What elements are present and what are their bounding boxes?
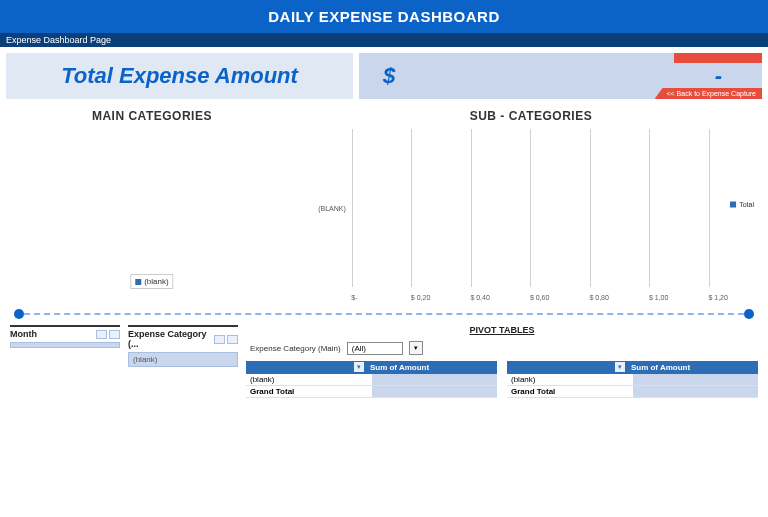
pivot-table-1: ▾ Sum of Amount (blank) Grand Total: [246, 361, 497, 398]
pivot2-row-label-header[interactable]: ▾: [507, 361, 627, 374]
pivot-tables-panel: PIVOT TABLES Expense Category (Main) (Al…: [246, 325, 758, 398]
pivot-tables-container: ▾ Sum of Amount (blank) Grand Total ▾ Su…: [246, 361, 758, 398]
pivot-tables-title: PIVOT TABLES: [246, 325, 758, 335]
slicer-clear-filter-icon[interactable]: [227, 335, 238, 344]
page-title: DAILY EXPENSE DASHBOARD: [268, 8, 500, 25]
sub-chart-grid: $- $ 0,20 $ 0,40 $ 0,60 $ 0,80 $ 1,00 $ …: [352, 129, 710, 299]
pivot2-values-header: Sum of Amount: [627, 361, 758, 374]
charts-row: MAIN CATEGORIES (blank) SUB - CATEGORIES…: [0, 105, 768, 299]
legend-swatch: [730, 201, 736, 207]
table-row: (blank): [507, 374, 758, 386]
divider-dot-left: [14, 309, 24, 319]
bottom-row: Month Expense Category (... (blank) PIVO…: [0, 325, 768, 406]
legend-label: (blank): [144, 277, 168, 286]
total-expense-value: -: [715, 63, 722, 89]
main-categories-title: MAIN CATEGORIES: [10, 109, 294, 123]
alert-strip: [674, 53, 762, 63]
pivot1-values-header: Sum of Amount: [366, 361, 497, 374]
sub-chart-y-label: (BLANK): [304, 129, 352, 299]
slicer-multi-select-icon[interactable]: [214, 335, 225, 344]
main-categories-plot-area: (blank): [10, 129, 294, 289]
chevron-down-icon[interactable]: ▾: [354, 362, 364, 372]
legend-label: Total: [739, 201, 754, 208]
main-categories-legend: (blank): [130, 274, 173, 289]
category-slicer[interactable]: Expense Category (... (blank): [128, 325, 238, 398]
currency-symbol: $: [383, 63, 395, 89]
sub-categories-plot-area: (BLANK) $- $ 0,20 $ 0,40 $ 0,60 $ 0,80 $…: [304, 129, 758, 299]
title-bar: DAILY EXPENSE DASHBOARD: [0, 0, 768, 33]
slicer-clear-filter-icon[interactable]: [109, 330, 120, 339]
pivot-table-2: ▾ Sum of Amount (blank) Grand Total: [507, 361, 758, 398]
sub-categories-title: SUB - CATEGORIES: [304, 109, 758, 123]
sub-categories-legend: Total: [730, 201, 754, 208]
category-slicer-item[interactable]: (blank): [128, 352, 238, 367]
month-slicer[interactable]: Month: [10, 325, 120, 398]
sheet-tab-strip: Expense Dashboard Page: [0, 33, 768, 47]
total-expense-row: Total Expense Amount $ - << Back to Expe…: [0, 47, 768, 105]
table-row: Grand Total: [507, 386, 758, 398]
sheet-tab-label[interactable]: Expense Dashboard Page: [6, 35, 111, 45]
pivot-filter-label: Expense Category (Main): [250, 344, 341, 353]
total-expense-value-box: $ - << Back to Expense Capture: [359, 53, 762, 99]
sub-categories-chart: SUB - CATEGORIES (BLANK) $- $ 0,20 $ 0,4…: [304, 109, 758, 299]
pivot1-row-label-header[interactable]: ▾: [246, 361, 366, 374]
pivot-filter-row: Expense Category (Main) (All) ▾: [246, 341, 758, 355]
legend-swatch: [135, 279, 141, 285]
divider-dot-right: [744, 309, 754, 319]
section-divider: [0, 299, 768, 325]
slicer-multi-select-icon[interactable]: [96, 330, 107, 339]
pivot-filter-value[interactable]: (All): [347, 342, 403, 355]
category-slicer-label: Expense Category (...: [128, 329, 214, 349]
pivot-filter-dropdown-button[interactable]: ▾: [409, 341, 423, 355]
total-expense-label-box: Total Expense Amount: [6, 53, 353, 99]
chevron-down-icon[interactable]: ▾: [615, 362, 625, 372]
table-row: (blank): [246, 374, 497, 386]
month-slicer-label: Month: [10, 329, 37, 339]
total-expense-label: Total Expense Amount: [61, 63, 298, 88]
main-categories-chart: MAIN CATEGORIES (blank): [10, 109, 294, 299]
sub-chart-x-ticks: $- $ 0,20 $ 0,40 $ 0,60 $ 0,80 $ 1,00 $ …: [352, 294, 710, 301]
back-to-capture-link[interactable]: << Back to Expense Capture: [655, 88, 763, 99]
divider-line: [24, 313, 744, 315]
month-slicer-item[interactable]: [10, 342, 120, 348]
table-row: Grand Total: [246, 386, 497, 398]
